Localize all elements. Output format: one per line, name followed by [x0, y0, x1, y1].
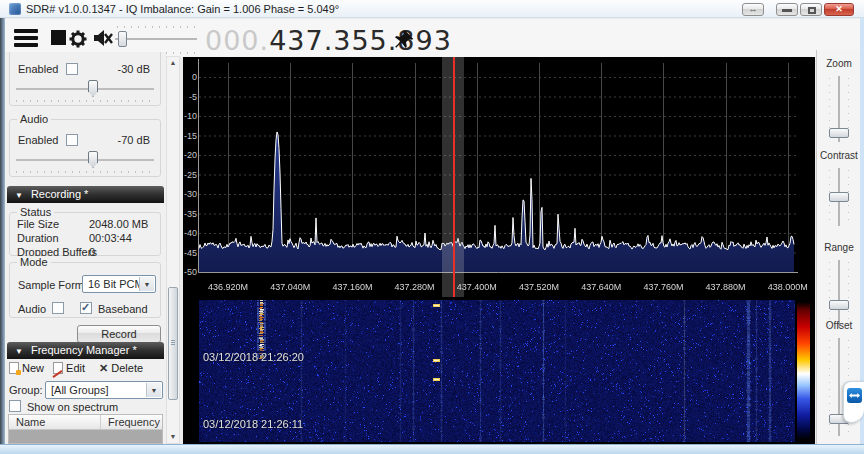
audio-group-label: Audio — [17, 113, 51, 125]
spectrum-plot[interactable] — [198, 57, 798, 297]
app-icon — [9, 3, 21, 15]
audio-slider-thumb[interactable] — [88, 151, 98, 168]
edit-pencil-icon — [53, 362, 63, 374]
window-title: SDR# v1.0.0.1347 - IQ Imbalance: Gain = … — [26, 3, 339, 15]
pin-icon[interactable] — [393, 29, 415, 51]
mute-speaker-icon[interactable] — [90, 26, 114, 50]
db-axis-label: -25 — [183, 170, 197, 180]
if-gain-value: -30 dB — [118, 63, 150, 75]
tuned-frequency-line[interactable] — [453, 57, 455, 297]
record-audio-label: Audio — [18, 303, 46, 315]
sidebar-scrollbar[interactable]: ▲ ▼ — [166, 56, 180, 444]
audio-gain-value: -70 dB — [118, 134, 150, 146]
record-audio-checkbox[interactable] — [52, 302, 64, 314]
dock-window-button[interactable]: ↔ — [742, 3, 764, 16]
contrast-slider-label: Contrast — [817, 150, 861, 161]
zoom-slider[interactable] — [817, 76, 861, 142]
chevron-down-icon: ▼ — [139, 277, 154, 291]
if-enabled-checkbox[interactable] — [66, 63, 78, 75]
waterfall-display[interactable]: 03/12/2018 21:26:20 03/12/2018 21:26:11 — [183, 299, 815, 444]
audio-enabled-checkbox[interactable] — [66, 134, 78, 146]
dropped-buffers-value: 0 — [89, 246, 95, 258]
frequency-dim-digits[interactable]: 000. — [205, 25, 269, 56]
teamviewer-icon — [847, 388, 862, 403]
freq-axis-label: 437.040M — [258, 282, 322, 292]
show-on-spectrum-label: Show on spectrum — [27, 401, 118, 413]
audio-enabled-label: Enabled — [18, 134, 58, 146]
db-axis-label: -30 — [183, 189, 197, 199]
slider-ticks — [117, 26, 195, 28]
window-bottom-border — [0, 444, 864, 454]
db-axis-label: -45 — [183, 248, 197, 258]
status-row: Duration00:03:44 — [17, 232, 155, 244]
range-slider-thumb[interactable] — [829, 300, 849, 310]
if-slider-thumb[interactable] — [88, 80, 98, 97]
waterfall-timestamp: 03/12/2018 21:26:11 — [203, 418, 303, 430]
if-gain-slider[interactable] — [16, 80, 154, 98]
waterfall-color-legend — [797, 302, 810, 440]
duration-value: 00:03:44 — [89, 232, 132, 244]
db-axis-label: -35 — [183, 209, 197, 219]
menu-hamburger-icon[interactable] — [14, 26, 38, 50]
delete-x-icon: ✕ — [99, 362, 108, 374]
fm-edit-button[interactable]: Edit — [53, 362, 85, 374]
maximize-button[interactable] — [800, 3, 822, 16]
freq-axis-label: 437.160M — [320, 282, 384, 292]
show-on-spectrum-checkbox[interactable] — [9, 400, 21, 412]
offset-slider-label: Offset — [817, 320, 861, 331]
file-size-value: 2048.00 MB — [89, 218, 148, 230]
audio-gain-slider[interactable] — [16, 151, 154, 169]
db-axis-label: -15 — [183, 131, 197, 141]
scrollbar-thumb[interactable] — [168, 287, 178, 400]
record-button[interactable]: Record — [77, 325, 161, 343]
frequency-digits[interactable]: 437.355.893 — [269, 25, 452, 56]
freq-axis-label: 437.280M — [383, 282, 447, 292]
window-left-border — [0, 18, 5, 454]
volume-slider-thumb[interactable] — [118, 31, 127, 47]
freq-axis-label: 436.920M — [196, 282, 260, 292]
control-sidebar: IF Enabled -30 dB Audio Enabled -70 dB ▼… — [5, 52, 166, 444]
contrast-slider[interactable] — [817, 168, 861, 226]
recording-panel-header[interactable]: ▼Recording * — [7, 186, 164, 203]
db-axis-label: -10 — [183, 111, 197, 121]
if-enabled-label: Enabled — [18, 63, 58, 75]
db-axis-label: -5 — [183, 92, 197, 102]
collapse-triangle-icon: ▼ — [15, 191, 23, 200]
sdrsharp-window: SDR# v1.0.0.1347 - IQ Imbalance: Gain = … — [0, 0, 864, 454]
contrast-slider-thumb[interactable] — [829, 192, 849, 202]
sample-format-dropdown[interactable]: 16 Bit PCM▼ — [82, 275, 156, 293]
volume-slider[interactable] — [115, 31, 197, 47]
fm-group-dropdown[interactable]: [All Groups]▼ — [45, 381, 163, 399]
range-slider-label: Range — [817, 242, 861, 253]
spectrum-analyzer[interactable]: 0-5-10-15-20-25-30-35-40-45-50 436.920M4… — [183, 57, 815, 299]
status-group-label: Status — [17, 206, 54, 218]
db-axis-label: -20 — [183, 150, 197, 160]
freq-axis-label: 437.880M — [694, 282, 758, 292]
audio-group: Audio Enabled -70 dB — [9, 119, 161, 177]
frequency-manager-header[interactable]: ▼Frequency Manager * — [7, 342, 164, 359]
db-axis-label: -50 — [183, 267, 197, 277]
record-baseband-checkbox[interactable] — [80, 302, 92, 314]
fm-delete-button[interactable]: ✕ Delete — [99, 362, 143, 375]
minimize-button[interactable] — [776, 3, 798, 16]
status-row: File Size2048.00 MB — [17, 218, 155, 230]
title-bar[interactable]: SDR# v1.0.0.1347 - IQ Imbalance: Gain = … — [0, 0, 864, 18]
frequency-table[interactable]: Name Frequency — [8, 414, 163, 444]
record-baseband-label: Baseband — [98, 303, 148, 315]
range-slider[interactable] — [817, 260, 861, 328]
table-header-name[interactable]: Name — [9, 415, 101, 429]
db-axis-label: 0 — [183, 72, 197, 82]
db-axis-label: -40 — [183, 228, 197, 238]
if-group-label: IF — [17, 52, 33, 54]
chevron-down-icon: ▼ — [146, 383, 161, 397]
scroll-down-icon[interactable]: ▼ — [167, 431, 179, 443]
scroll-up-icon[interactable]: ▲ — [167, 57, 179, 69]
gear-icon[interactable] — [66, 26, 90, 50]
close-button[interactable]: ✕ — [824, 3, 854, 16]
freq-axis-label: 438.000M — [756, 282, 820, 292]
teamviewer-side-tab[interactable] — [843, 381, 864, 423]
zoom-slider-thumb[interactable] — [829, 128, 849, 138]
table-header-frequency[interactable]: Frequency — [101, 415, 160, 429]
fm-new-button[interactable]: New — [9, 362, 44, 374]
freq-axis-label: 437.760M — [631, 282, 695, 292]
